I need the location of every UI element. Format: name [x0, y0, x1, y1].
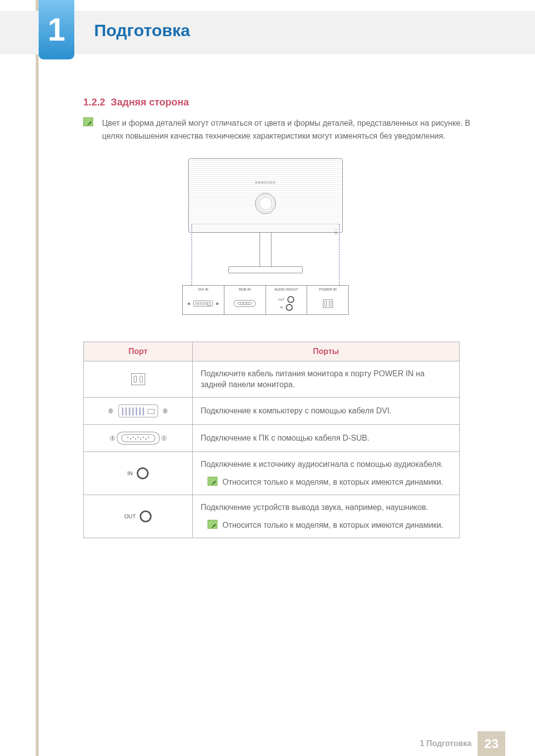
- audio-in-label: IN: [280, 306, 283, 309]
- port-desc: Подключение к компьютеру с помощью кабел…: [193, 398, 460, 425]
- port-label: POWER IN: [319, 288, 336, 291]
- section-heading: 1.2.2 Задняя сторона: [83, 97, 189, 108]
- inline-note: Относится только к моделям, в которых им…: [201, 520, 451, 531]
- note-text: Цвет и форма деталей могут отличаться от…: [102, 117, 479, 143]
- callout-line: [339, 224, 340, 285]
- port-label: DVI IN: [198, 288, 209, 291]
- port-icon-cell: OUT: [84, 495, 193, 538]
- chapter-badge: 1: [39, 0, 74, 59]
- audio-in-icon: IN: [127, 467, 149, 479]
- inline-note-text: Относится только к моделям, в которых им…: [222, 520, 443, 531]
- port-desc: Подключение устройств вывода звука, напр…: [193, 495, 460, 538]
- th-port: Порт: [84, 342, 193, 361]
- power-icon: [323, 300, 333, 308]
- inline-note: Относится только к моделям, в которых им…: [201, 477, 451, 488]
- brand-logo: SAMSUNG: [255, 181, 276, 184]
- table-row: IN Подключение к источнику аудиосигнала …: [84, 452, 460, 495]
- stand-base: [228, 266, 303, 273]
- section-number: 1.2.2: [83, 97, 105, 107]
- callout-line: [191, 224, 340, 224]
- table-row: OUT Подключение устройств вывода звука, …: [84, 495, 460, 538]
- lock-icon: □⊓: [334, 228, 337, 236]
- rear-diagram: SAMSUNG □⊓ DVI IN RGB IN AUDIO IN/OUT OU…: [188, 158, 343, 317]
- table-row: Подключите кабель питания монитора к пор…: [84, 361, 460, 398]
- footer-page: 23: [478, 731, 505, 756]
- section-title: Задняя сторона: [111, 97, 189, 107]
- note-icon: [83, 117, 93, 126]
- dsub-icon: [110, 432, 166, 445]
- port-desc-text: Подключение к источнику аудиосигнала с п…: [201, 460, 443, 468]
- stand-neck: [260, 233, 271, 267]
- port-group-dvi: DVI IN: [183, 286, 224, 314]
- table-row: Подключение к компьютеру с помощью кабел…: [84, 398, 460, 425]
- port-icon-cell: [84, 361, 193, 398]
- port-group-rgb: RGB IN: [224, 286, 266, 314]
- dsub-icon: [234, 300, 256, 307]
- left-stripe: [36, 0, 39, 756]
- power-icon: [131, 373, 145, 385]
- footer-text: 1 Подготовка: [420, 739, 472, 748]
- port-desc: Подключение к ПК с помощью кабеля D-SUB.: [193, 425, 460, 452]
- ports-table: Порт Порты Подключите кабель питания мон…: [83, 342, 460, 538]
- inline-note-text: Относится только к моделям, в которых им…: [222, 477, 443, 488]
- chapter-title: Подготовка: [94, 21, 190, 40]
- note-icon: [208, 520, 217, 529]
- note-icon: [208, 477, 217, 486]
- dvi-icon: [108, 404, 168, 417]
- callout-line: [191, 224, 192, 285]
- table-row: Подключение к ПК с помощью кабеля D-SUB.: [84, 425, 460, 452]
- ports-panel: DVI IN RGB IN AUDIO IN/OUT OUT IN POWER …: [182, 285, 349, 315]
- th-ports: Порты: [193, 342, 460, 361]
- jack-icon: [287, 296, 294, 303]
- port-label: RGB IN: [239, 288, 251, 291]
- audio-out-icon: OUT: [124, 510, 152, 522]
- jack-icon: [286, 304, 293, 311]
- footer: 1 Подготовка 23: [0, 731, 535, 756]
- port-group-power: POWER IN: [307, 286, 348, 314]
- audio-out-label: OUT: [278, 298, 285, 301]
- port-desc: Подключите кабель питания монитора к пор…: [193, 361, 460, 398]
- port-icon-cell: [84, 398, 193, 425]
- port-group-audio: AUDIO IN/OUT OUT IN: [266, 286, 308, 314]
- port-icon-cell: [84, 425, 193, 452]
- port-icon-cell: IN: [84, 452, 193, 495]
- port-desc-text: Подключение устройств вывода звука, напр…: [201, 503, 428, 511]
- dvi-icon: [193, 301, 213, 306]
- port-desc: Подключение к источнику аудиосигнала с п…: [193, 452, 460, 495]
- port-label: AUDIO IN/OUT: [274, 288, 298, 291]
- header-bar: [0, 11, 535, 54]
